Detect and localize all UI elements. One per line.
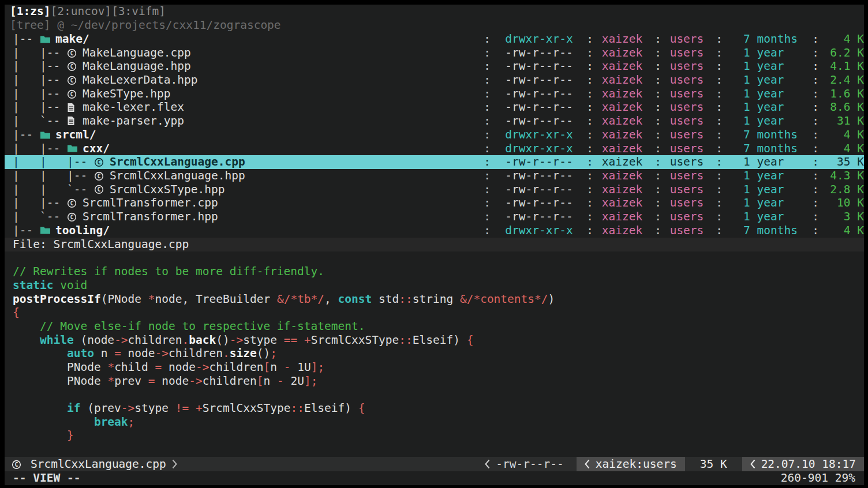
code-token: (	[101, 292, 108, 306]
file-age: 1 year	[735, 59, 810, 73]
current-path: [tree] @ ~/dev/projects/cxx11/zograscope	[10, 18, 281, 32]
file-name-area: | |-- CMakeLexerData.hpp	[5, 73, 198, 87]
code-token: postProcessIf	[13, 292, 101, 306]
file-permissions: -rw-r--r--	[493, 100, 585, 114]
file-age: 1 year	[735, 169, 810, 183]
code-token: node	[121, 347, 155, 360]
file-group: users	[661, 142, 712, 156]
code-token: [	[257, 374, 264, 388]
code-token: ,	[324, 292, 338, 306]
tmux-window[interactable]: [3:vifm]	[111, 5, 166, 18]
file-row[interactable]: | |-- cxx/:drwxr-xr-x:xaizek:users:7 mon…	[5, 142, 864, 156]
file-name-area: | |-- cxx/	[5, 142, 110, 156]
column-separator: :	[812, 183, 819, 197]
code-token: =	[148, 374, 155, 388]
file-name: make/	[55, 32, 89, 46]
column-separator: :	[586, 73, 593, 87]
file-group: users	[661, 224, 712, 238]
file-row[interactable]: | |-- CMakeLanguage.cpp:-rw-r--r--:xaize…	[5, 46, 864, 60]
column-separator: :	[484, 224, 491, 238]
code-line: static void	[13, 279, 864, 292]
file-group: users	[661, 32, 712, 46]
code-token: ()	[216, 333, 229, 347]
file-row[interactable]: | `-- make-parser.ypp:-rw-r--r--:xaizek:…	[5, 114, 864, 128]
folder-icon	[40, 130, 55, 140]
code-token: .	[223, 347, 230, 360]
code-line	[13, 251, 864, 265]
tree-branch: | |--	[13, 59, 67, 73]
cpp-icon: C	[67, 75, 83, 85]
column-separator: :	[484, 59, 491, 73]
code-token: ->	[189, 374, 202, 388]
file-permissions: -rw-r--r--	[493, 155, 585, 169]
file-name-area: | |-- CMakeLanguage.hpp	[5, 59, 191, 73]
file-group: users	[661, 73, 712, 87]
file-row[interactable]: |-- srcml/:drwxr-xr-x:xaizek:users:7 mon…	[5, 128, 864, 142]
code-token: // Move else-if node to respective if-st…	[13, 320, 365, 333]
file-owner: xaizek	[593, 32, 651, 46]
code-line: postProcessIf(PNode *node, TreeBuilder &…	[13, 292, 864, 306]
code-token: break	[94, 415, 128, 429]
column-separator: :	[812, 114, 819, 128]
tree-branch: |--	[13, 32, 40, 46]
file-name: SrcmlTransformer.cpp	[83, 196, 218, 210]
file-size: 1.6 K	[821, 87, 864, 101]
code-token: std	[372, 292, 399, 306]
file-group: users	[661, 114, 712, 128]
code-token: children	[209, 361, 264, 374]
code-token: *	[148, 292, 155, 306]
file-owner: xaizek	[593, 128, 651, 142]
tree-branch: | |--	[13, 142, 67, 156]
file-name: MakeLanguage.cpp	[83, 46, 191, 60]
file-owner: xaizek	[593, 155, 651, 169]
column-separator: :	[654, 210, 661, 224]
terminal-window: [1:zs][2:uncov][3:vifm] [tree] @ ~/dev/p…	[5, 5, 864, 485]
file-permissions: drwxr-xr-x	[493, 32, 585, 46]
tmux-window[interactable]: [1:zs]	[10, 5, 50, 18]
file-owner: xaizek	[593, 59, 651, 73]
code-token: &/*contents*/	[460, 292, 548, 306]
code-token: const	[338, 292, 372, 306]
file-owner: xaizek	[593, 196, 651, 210]
file-name: SrcmlCxxSType.hpp	[110, 183, 225, 197]
tmux-window[interactable]: [2:uncov]	[50, 5, 111, 18]
column-separator: :	[654, 142, 661, 156]
file-row[interactable]: | |-- CMakeLanguage.hpp:-rw-r--r--:xaize…	[5, 59, 864, 73]
file-permissions: drwxr-xr-x	[493, 224, 585, 238]
file-row[interactable]: | |-- CMakeLexerData.hpp:-rw-r--r--:xaiz…	[5, 73, 864, 87]
tree-branch: | | |--	[13, 155, 94, 169]
column-separator: :	[484, 142, 491, 156]
code-token: PNode	[13, 374, 107, 388]
file-row[interactable]: |-- make/:drwxr-xr-x:xaizek:users:7 mont…	[5, 32, 864, 46]
file-row[interactable]: | | |-- CSrcmlCxxLanguage.cpp:-rw-r--r--…	[5, 155, 864, 169]
code-token: PNode	[107, 292, 148, 306]
file-size: 31 K	[821, 114, 864, 128]
code-token: void	[60, 279, 87, 292]
file-owner: xaizek	[593, 100, 651, 114]
file-row[interactable]: | | |-- CSrcmlCxxLanguage.hpp:-rw-r--r--…	[5, 169, 864, 183]
code-token: n	[263, 374, 276, 388]
file-row[interactable]: |-- tooling/:drwxr-xr-x:xaizek:users:7 m…	[5, 224, 864, 238]
file-row[interactable]: | |-- CSrcmlTransformer.cpp:-rw-r--r--:x…	[5, 196, 864, 210]
file-row[interactable]: | `-- CSrcmlTransformer.hpp:-rw-r--r--:x…	[5, 210, 864, 224]
cpp-icon: C	[67, 89, 83, 99]
column-separator: :	[586, 155, 593, 169]
code-token: ;	[128, 415, 135, 429]
column-separator: :	[716, 100, 723, 114]
file-row[interactable]: | | `-- CSrcmlCxxSType.hpp:-rw-r--r--:xa…	[5, 183, 864, 197]
file-permissions: drwxr-xr-x	[493, 142, 585, 156]
column-separator: :	[484, 196, 491, 210]
code-token: }	[67, 429, 74, 442]
column-separator: :	[716, 128, 723, 142]
file-name-area: | | |-- CSrcmlCxxLanguage.cpp	[5, 155, 245, 169]
file-preview-pane[interactable]: // Rewrites if nodes to be more diff-fri…	[5, 251, 864, 457]
code-token: SrcmlCxxSType	[203, 401, 291, 415]
file-row[interactable]: | |-- make-lexer.flex:-rw-r--r--:xaizek:…	[5, 100, 864, 114]
file-name: MakeSType.hpp	[83, 87, 171, 101]
svg-text:C: C	[70, 50, 73, 57]
column-separator: :	[812, 87, 819, 101]
column-separator: :	[586, 59, 593, 73]
svg-text:C: C	[97, 173, 100, 179]
column-separator: :	[484, 169, 491, 183]
file-row[interactable]: | |-- CMakeSType.hpp:-rw-r--r--:xaizek:u…	[5, 87, 864, 101]
